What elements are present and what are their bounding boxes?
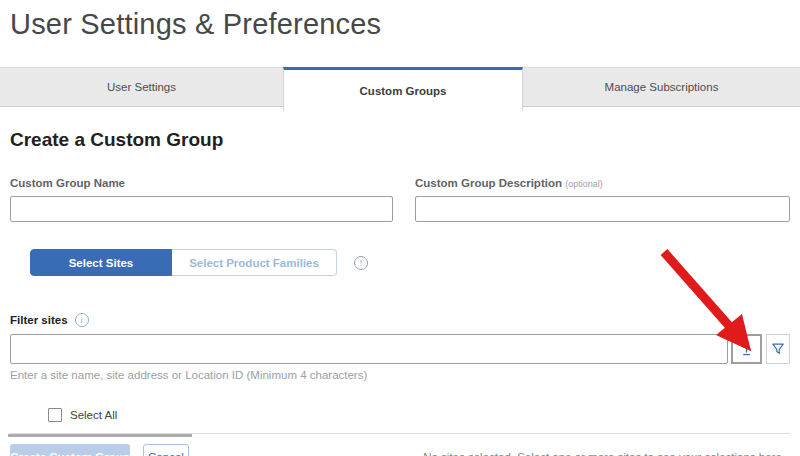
selection-mode-row: Select Sites Select Product Families ! [10,249,790,276]
user-settings-page: User Settings & Preferences User Setting… [0,8,800,456]
select-product-families-button[interactable]: Select Product Families [172,249,337,276]
selection-status-text: No sites selected. Select one or more si… [423,451,790,456]
tab-user-settings[interactable]: User Settings [0,67,283,107]
filter-sites-input[interactable] [10,334,728,364]
filter-sites-label-row: Filter sites i [10,313,790,327]
select-all-row: Select All [48,408,790,422]
horizontal-scrollbar-thumb[interactable] [8,434,192,437]
results-divider [10,433,790,437]
info-icon[interactable]: ! [354,256,368,270]
page-title: User Settings & Preferences [10,8,800,41]
tab-custom-groups[interactable]: Custom Groups [283,67,523,111]
selection-mode-toggle: Select Sites Select Product Families [30,249,337,276]
create-custom-group-button[interactable]: Create Custom Group [10,444,130,456]
tab-custom-groups-label: Custom Groups [360,85,447,97]
tab-manage-subscriptions-label: Manage Subscriptions [605,81,719,93]
group-description-input[interactable] [415,196,790,222]
filter-sites-row [10,334,790,364]
cancel-button[interactable]: Cancel [143,444,189,456]
group-name-label: Custom Group Name [10,177,393,189]
upload-sites-button[interactable] [731,334,762,364]
group-form-row: Custom Group Name Custom Group Descripti… [10,177,790,222]
group-name-input[interactable] [10,196,393,222]
tab-manage-subscriptions[interactable]: Manage Subscriptions [523,67,800,107]
select-sites-button[interactable]: Select Sites [30,249,172,276]
select-all-checkbox[interactable] [48,408,62,422]
filter-icon [771,342,785,356]
footer-actions: Create Custom Group Cancel No sites sele… [10,444,790,456]
select-all-label: Select All [70,409,117,421]
group-description-label: Custom Group Description (optional) [415,177,790,189]
group-description-field-group: Custom Group Description (optional) [415,177,790,222]
optional-hint: (optional) [565,179,603,189]
filter-sites-label: Filter sites [10,314,68,326]
info-icon[interactable]: i [75,313,89,327]
section-heading: Create a Custom Group [10,129,790,151]
tab-panel-custom-groups: Create a Custom Group Custom Group Name … [0,129,800,456]
group-name-field-group: Custom Group Name [10,177,393,222]
tab-bar: User Settings Custom Groups Manage Subsc… [0,67,800,111]
filter-sites-toggle-button[interactable] [766,334,790,364]
filter-helper-text: Enter a site name, site address or Locat… [10,369,790,381]
tab-user-settings-label: User Settings [107,81,176,93]
upload-icon [739,342,754,357]
